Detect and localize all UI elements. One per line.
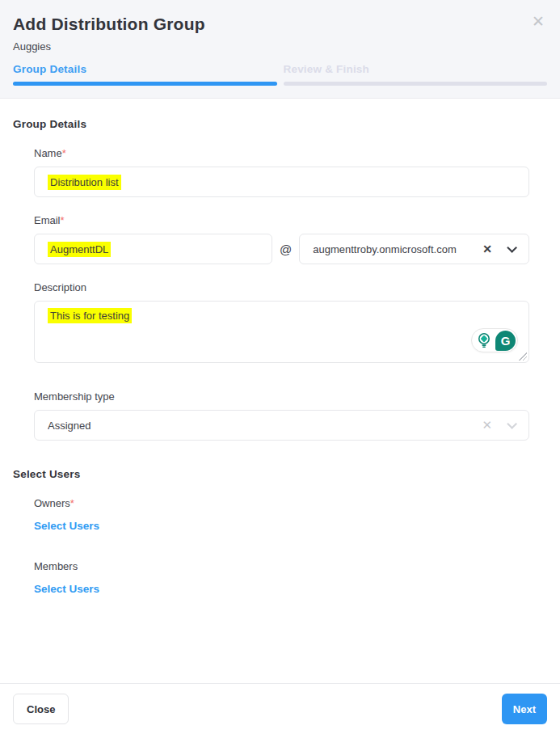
modal-body: Group Details Name* Distribution list Em…: [0, 99, 560, 683]
owners-select-users-link[interactable]: Select Users: [34, 520, 99, 532]
membership-type-select[interactable]: Assigned ✕: [34, 410, 529, 441]
owners-label: Owners*: [34, 497, 529, 509]
membership-type-label: Membership type: [34, 390, 529, 403]
owners-required-asterisk: *: [70, 497, 74, 509]
lightbulb-icon[interactable]: [478, 332, 491, 348]
tab-group-details-progress-bar: [13, 82, 277, 86]
description-textarea[interactable]: This is for testing G: [34, 301, 529, 363]
grammarly-g-icon[interactable]: G: [495, 331, 516, 351]
next-button[interactable]: Next: [502, 694, 547, 724]
tab-review-finish[interactable]: Review & Finish: [284, 63, 548, 86]
tab-review-finish-progress-bar: [284, 82, 548, 86]
membership-type-chevron-down-icon[interactable]: [507, 419, 517, 429]
textarea-resize-handle[interactable]: [519, 352, 527, 361]
modal-footer: Close Next: [0, 683, 560, 734]
name-required-asterisk: *: [62, 147, 66, 159]
description-label: Description: [34, 281, 529, 293]
description-value: This is for testing: [48, 308, 132, 323]
select-users-fields: Owners* Select Users Members Select User…: [34, 497, 529, 596]
email-local-value: AugmenttDL: [48, 242, 111, 257]
select-users-heading: Select Users: [13, 468, 529, 480]
email-local-input[interactable]: AugmenttDL: [34, 234, 272, 264]
email-domain-clear-icon[interactable]: ✕: [482, 243, 492, 255]
grammarly-widget[interactable]: G: [471, 328, 518, 352]
close-icon[interactable]: ✕: [529, 13, 547, 31]
modal-header: Add Distribution Group Auggies ✕ Group D…: [0, 0, 560, 99]
membership-type-value: Assigned: [48, 420, 482, 432]
name-label: Name*: [34, 147, 529, 159]
members-label: Members: [34, 560, 529, 572]
name-label-text: Name: [34, 147, 62, 159]
wizard-tabs: Group Details Review & Finish: [13, 63, 547, 86]
email-label: Email*: [34, 214, 529, 226]
group-details-fields: Name* Distribution list Email* AugmenttD…: [34, 147, 529, 441]
tab-group-details[interactable]: Group Details: [13, 63, 277, 86]
modal-subtitle: Auggies: [13, 40, 547, 53]
email-domain-value: augmenttroby.onmicrosoft.com: [313, 243, 482, 255]
tab-group-details-label: Group Details: [13, 63, 277, 75]
membership-type-clear-icon[interactable]: ✕: [482, 418, 492, 432]
modal-title: Add Distribution Group: [13, 15, 547, 34]
email-domain-select[interactable]: augmenttroby.onmicrosoft.com ✕: [299, 234, 529, 264]
email-label-text: Email: [34, 214, 61, 226]
email-row: AugmenttDL @ augmenttroby.onmicrosoft.co…: [34, 234, 529, 264]
name-input[interactable]: Distribution list: [34, 167, 529, 197]
name-input-value: Distribution list: [48, 175, 121, 190]
email-domain-chevron-down-icon[interactable]: [507, 243, 517, 253]
tab-review-finish-label: Review & Finish: [284, 63, 548, 75]
at-sign: @: [280, 243, 292, 256]
members-select-users-link[interactable]: Select Users: [34, 583, 99, 595]
group-details-heading: Group Details: [13, 118, 529, 130]
email-required-asterisk: *: [61, 214, 65, 226]
owners-label-text: Owners: [34, 497, 70, 509]
close-button[interactable]: Close: [13, 694, 69, 724]
add-distribution-group-modal: Add Distribution Group Auggies ✕ Group D…: [0, 0, 560, 734]
